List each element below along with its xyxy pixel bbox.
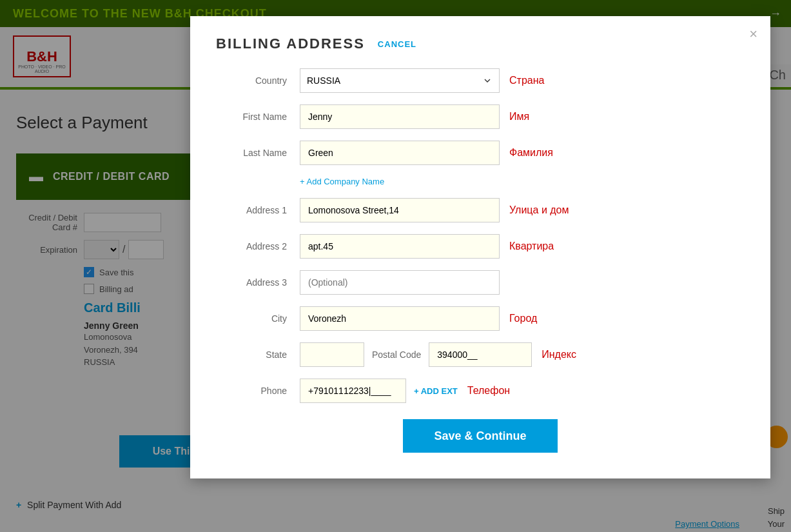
modal-title: BILLING ADDRESS: [216, 35, 365, 52]
address1-input[interactable]: [300, 198, 500, 222]
phone-label: Phone: [216, 386, 300, 396]
first-name-label: First Name: [216, 112, 300, 122]
country-select[interactable]: RUSSIA: [300, 68, 500, 93]
modal-close-button[interactable]: ×: [749, 26, 757, 43]
last-name-input[interactable]: [300, 141, 500, 165]
address2-annotation: Квартира: [509, 241, 554, 252]
state-postal-row: State Postal Code Индекс: [216, 342, 745, 367]
country-label: Country: [216, 75, 300, 86]
save-continue-button[interactable]: Save & Continue: [403, 419, 558, 453]
phone-annotation: Телефон: [467, 385, 510, 397]
last-name-annotation: Фамилия: [509, 147, 553, 159]
address1-label: Address 1: [216, 205, 300, 215]
phone-input[interactable]: [300, 379, 406, 403]
address1-row: Address 1 Улица и дом: [216, 198, 745, 222]
country-annotation: Страна: [509, 75, 544, 86]
phone-row: Phone + ADD EXT Телефон: [216, 379, 745, 403]
address3-input[interactable]: [300, 270, 500, 295]
address3-row: Address 3: [216, 270, 745, 295]
last-name-row: Last Name Фамилия: [216, 141, 745, 165]
address2-label: Address 2: [216, 241, 300, 251]
state-input[interactable]: [300, 342, 364, 367]
city-input[interactable]: [300, 306, 500, 331]
modal-header: BILLING ADDRESS CANCEL: [216, 35, 745, 52]
add-ext-link[interactable]: + ADD EXT: [414, 386, 458, 396]
state-label: State: [216, 350, 300, 360]
address2-input[interactable]: [300, 234, 500, 259]
city-annotation: Город: [509, 313, 537, 324]
address2-row: Address 2 Квартира: [216, 234, 745, 259]
first-name-row: First Name Имя: [216, 104, 745, 129]
add-company-link[interactable]: + Add Company Name: [300, 177, 745, 186]
city-label: City: [216, 313, 300, 324]
last-name-label: Last Name: [216, 148, 300, 158]
modal-cancel-link[interactable]: CANCEL: [378, 39, 416, 49]
first-name-input[interactable]: [300, 104, 500, 129]
postal-code-input[interactable]: [429, 342, 532, 367]
address1-annotation: Улица и дом: [509, 204, 569, 216]
postal-annotation: Индекс: [542, 349, 576, 360]
address3-label: Address 3: [216, 277, 300, 288]
city-row: City Город: [216, 306, 745, 331]
country-row: Country RUSSIA Страна: [216, 68, 745, 93]
first-name-annotation: Имя: [509, 111, 529, 123]
billing-address-modal: BILLING ADDRESS CANCEL × Country RUSSIA …: [190, 16, 770, 478]
postal-code-label: Postal Code: [364, 350, 429, 360]
